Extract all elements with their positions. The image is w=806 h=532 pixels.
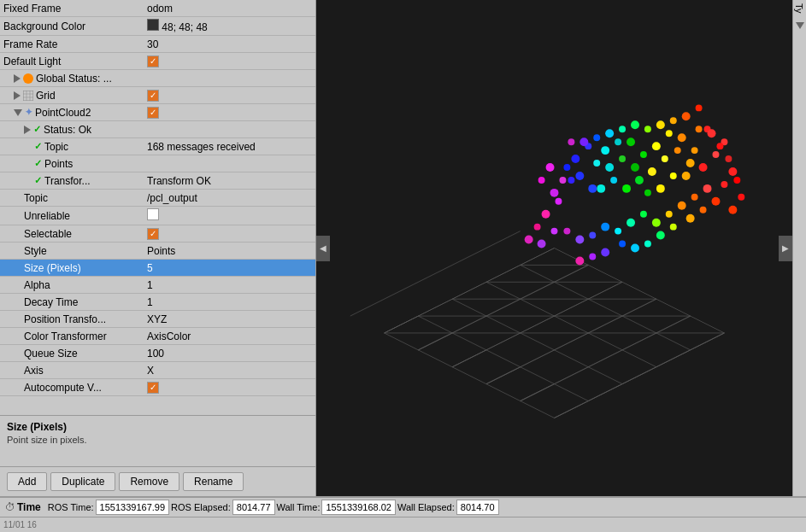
svg-point-110 xyxy=(670,117,677,124)
nav-left-arrow[interactable]: ◀ xyxy=(316,236,330,261)
background-color-label: Background Color xyxy=(0,19,144,34)
selectable-row: Selectable ✓ xyxy=(0,225,315,243)
default-light-row: Default Light ✓ xyxy=(0,53,315,70)
default-light-checkbox[interactable]: ✓ xyxy=(147,56,159,67)
topic-prop-row[interactable]: Topic /pcl_output xyxy=(0,190,315,207)
right-panel-dropdown[interactable] xyxy=(796,22,804,29)
svg-point-84 xyxy=(703,184,712,193)
grid-row[interactable]: Grid ✓ xyxy=(0,87,315,104)
svg-point-112 xyxy=(644,126,651,132)
info-desc: Point size in pixels. xyxy=(7,435,309,445)
autocompute-checkbox[interactable]: ✓ xyxy=(147,382,159,394)
svg-point-113 xyxy=(631,120,639,129)
grid-enable-checkbox[interactable]: ✓ xyxy=(147,90,159,102)
pointcloud-row[interactable]: ✦ PointCloud2 ✓ xyxy=(0,104,315,121)
svg-point-97 xyxy=(712,197,721,206)
global-status-row[interactable]: Global Status: ... xyxy=(0,70,315,87)
svg-point-120 xyxy=(728,206,737,214)
size-pixels-value[interactable]: 5 xyxy=(144,260,315,276)
svg-line-35 xyxy=(418,316,588,400)
svg-point-116 xyxy=(593,134,600,141)
unreliable-label: Unreliable xyxy=(0,208,144,224)
decay-time-row: Decay Time 1 xyxy=(0,294,315,311)
topic-label-text: Topic xyxy=(44,141,68,153)
svg-point-51 xyxy=(674,147,681,154)
svg-point-108 xyxy=(696,104,703,111)
point-cloud-scene xyxy=(316,0,792,496)
3d-view[interactable]: ◀ xyxy=(316,0,792,496)
grid-expand-icon xyxy=(14,91,21,100)
autocompute-label: Autocompute V... xyxy=(0,380,144,395)
background-color-value: 48; 48; 48 xyxy=(144,17,315,35)
status-strip: 11/01 16 xyxy=(0,517,806,532)
svg-point-71 xyxy=(610,177,617,184)
topic-status-label: ✓ Topic xyxy=(0,139,144,155)
svg-point-103 xyxy=(631,244,639,253)
svg-point-117 xyxy=(579,137,588,146)
svg-point-96 xyxy=(721,181,727,188)
axis-row: Axis X xyxy=(0,362,315,379)
points-row: ✓ Points xyxy=(0,155,315,172)
wall-time-label: Wall Time: xyxy=(277,502,321,512)
svg-line-31 xyxy=(486,299,656,383)
nav-right-arrow[interactable]: ▶ xyxy=(779,236,792,261)
right-panel-label: Ty xyxy=(793,0,806,17)
add-button[interactable]: Add xyxy=(7,472,47,491)
svg-line-11 xyxy=(350,231,521,316)
svg-point-123 xyxy=(534,224,541,231)
svg-point-68 xyxy=(615,138,621,145)
clock-icon: ⏱ xyxy=(5,501,15,513)
axis-label: Axis xyxy=(0,363,144,378)
points-text: Points xyxy=(44,158,73,170)
svg-point-53 xyxy=(682,172,691,180)
unreliable-checkbox[interactable] xyxy=(147,208,159,220)
svg-point-86 xyxy=(678,202,686,210)
svg-point-124 xyxy=(525,236,533,244)
ros-time-value: 1551339167.99 xyxy=(100,502,165,512)
global-status-label: Global Status: ... xyxy=(0,71,144,86)
alpha-value: 1 xyxy=(144,278,315,293)
status-ok-check: ✓ xyxy=(33,124,41,135)
svg-point-98 xyxy=(700,207,707,213)
rename-button[interactable]: Rename xyxy=(183,472,244,491)
svg-point-94 xyxy=(575,236,584,244)
grid-label: Grid xyxy=(0,88,144,103)
topic-status-value: 168 messages received xyxy=(144,139,315,155)
svg-point-106 xyxy=(589,253,596,260)
selectable-checkbox[interactable]: ✓ xyxy=(147,228,159,240)
pointcloud-enable-checkbox[interactable]: ✓ xyxy=(147,107,159,119)
style-label: Style xyxy=(0,243,144,259)
svg-line-28 xyxy=(385,248,555,333)
queue-size-row: Queue Size 100 xyxy=(0,345,315,362)
fixed-frame-row: Fixed Frame odom xyxy=(0,0,315,17)
svg-line-33 xyxy=(555,333,725,418)
svg-point-58 xyxy=(670,172,677,179)
svg-line-34 xyxy=(385,333,555,418)
size-pixels-row[interactable]: Size (Pixels) 5 xyxy=(0,260,315,277)
color-swatch[interactable] xyxy=(147,19,159,31)
svg-point-56 xyxy=(662,155,668,162)
transform-value: Transform OK xyxy=(144,173,315,189)
status-ok-text: Status: Ok xyxy=(44,124,91,136)
svg-point-87 xyxy=(666,211,673,218)
svg-point-44 xyxy=(716,143,723,149)
remove-button[interactable]: Remove xyxy=(119,472,179,491)
ros-elapsed-value: 8014.77 xyxy=(237,502,271,512)
wall-elapsed-section: 8014.70 xyxy=(456,500,499,515)
svg-point-47 xyxy=(728,167,737,176)
position-transfo-row: Position Transfo... XYZ xyxy=(0,311,315,328)
color-transformer-row: Color Transformer AxisColor xyxy=(0,328,315,345)
duplicate-button[interactable]: Duplicate xyxy=(50,472,115,491)
svg-point-73 xyxy=(571,155,579,163)
topic-check: ✓ xyxy=(34,141,42,152)
ros-time-section: 1551339167.99 xyxy=(96,500,169,515)
status-icon xyxy=(23,73,33,84)
ros-elapsed-label: ROS Elapsed: xyxy=(171,502,231,512)
svg-point-90 xyxy=(627,219,635,227)
svg-point-88 xyxy=(652,219,661,227)
svg-point-76 xyxy=(563,164,570,171)
svg-point-64 xyxy=(635,176,644,184)
pointcloud-checkbox-cell: ✓ xyxy=(144,104,315,120)
svg-point-104 xyxy=(619,241,626,248)
button-bar: Add Duplicate Remove Rename xyxy=(0,466,315,496)
